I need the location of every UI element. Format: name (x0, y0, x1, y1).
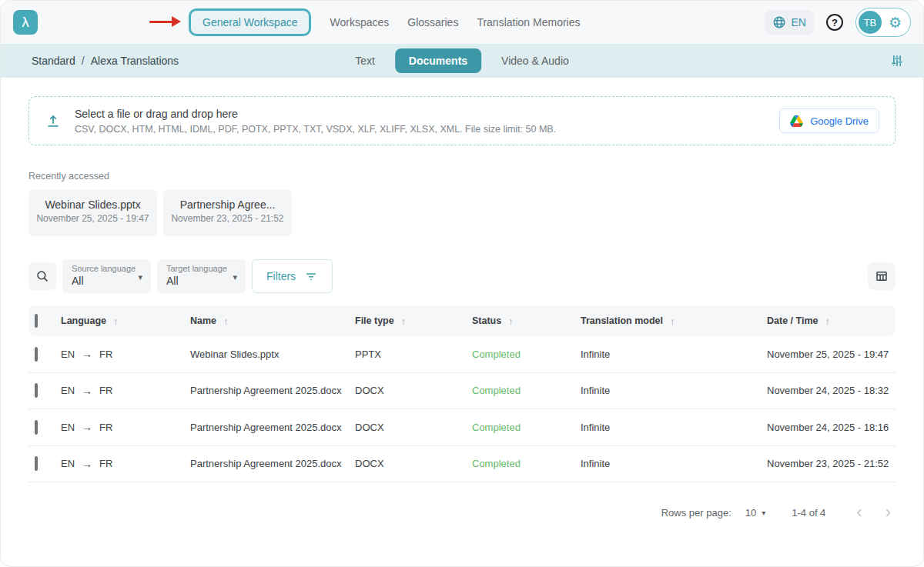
tune-sliders-icon (889, 53, 905, 68)
file-type-cell: DOCX (355, 422, 472, 433)
translation-model-cell: Infinite (581, 458, 767, 469)
table-header-row: Language↑ Name↑ File type↑ Status↑ Trans… (28, 305, 896, 336)
language-cell: EN→FR (61, 421, 190, 433)
select-all-checkbox[interactable] (35, 314, 38, 328)
recently-accessed-label: Recently accessed (28, 171, 896, 182)
breadcrumb-separator: / (82, 55, 85, 67)
question-mark-icon: ? (832, 17, 838, 28)
date-time-cell: November 25, 2025 - 19:47 (767, 349, 896, 360)
table-row[interactable]: EN→FR Partnership Agreement 2025.docx DO… (28, 446, 896, 483)
top-bar-right: EN ? TB ⚙ (765, 8, 912, 37)
date-time-cell: November 23, 2025 - 21:52 (767, 458, 896, 469)
filter-lines-icon (304, 269, 318, 283)
recent-card-date: November 25, 2025 - 19:47 (28, 213, 157, 224)
main-content: Select a file or drag and drop here CSV,… (1, 96, 923, 521)
gear-icon[interactable]: ⚙ (889, 15, 902, 30)
column-header-name[interactable]: Name↑ (190, 315, 355, 327)
recent-card[interactable]: Partnership Agree... November 23, 2025 -… (163, 190, 292, 236)
source-language: EN (61, 422, 75, 433)
column-header-date-time[interactable]: Date / Time↑ (767, 315, 896, 327)
caret-down-icon: ▾ (233, 272, 237, 282)
previous-page-button[interactable]: ‹ (852, 504, 866, 521)
google-drive-icon (790, 115, 803, 127)
recent-card-name: Partnership Agree... (163, 198, 292, 211)
recent-card[interactable]: Webinar Slides.pptx November 25, 2025 - … (28, 190, 157, 236)
caret-down-icon: ▾ (762, 509, 765, 517)
language-selector[interactable]: EN (765, 10, 814, 35)
row-checkbox[interactable] (35, 456, 38, 471)
column-label: Language (61, 315, 106, 326)
file-type-cell: PPTX (355, 349, 472, 360)
sort-asc-icon: ↑ (508, 315, 514, 327)
rows-per-page-label: Rows per page: (661, 507, 732, 519)
row-checkbox[interactable] (35, 383, 38, 398)
target-language-select[interactable]: Target language All ▾ (157, 259, 246, 293)
column-label: Translation model (581, 315, 663, 326)
column-header-language[interactable]: Language↑ (61, 315, 190, 327)
recent-cards: Webinar Slides.pptx November 25, 2025 - … (28, 190, 896, 236)
sort-asc-icon: ↑ (401, 315, 407, 327)
language-cell: EN→FR (61, 458, 190, 470)
breadcrumb-item-alexa-translations[interactable]: Alexa Translations (91, 55, 179, 67)
translation-model-cell: Infinite (581, 349, 767, 360)
filters-button[interactable]: Filters (252, 259, 333, 293)
pagination: Rows per page: 10 ▾ 1-4 of 4 ‹ › (28, 504, 896, 521)
file-dropzone[interactable]: Select a file or drag and drop here CSV,… (28, 96, 896, 145)
tab-video-audio[interactable]: Video & Audio (492, 49, 578, 72)
source-language: EN (61, 349, 75, 360)
tab-text[interactable]: Text (346, 49, 384, 72)
breadcrumb-item-standard[interactable]: Standard (32, 55, 75, 67)
nav-item-translation-memories[interactable]: Translation Memories (477, 16, 580, 28)
row-checkbox[interactable] (35, 347, 38, 362)
view-settings-button[interactable] (889, 53, 905, 68)
arrow-right-icon: → (82, 348, 92, 360)
nav-item-general-workspace[interactable]: General Workspace (189, 8, 311, 36)
row-checkbox[interactable] (35, 420, 38, 435)
column-label: Status (472, 315, 501, 326)
arrow-right-icon: → (82, 458, 92, 470)
arrow-right-icon: → (82, 421, 92, 433)
sort-asc-icon: ↑ (113, 315, 119, 327)
breadcrumb-bar: Standard / Alexa Translations Text Docum… (1, 44, 923, 78)
nav-item-workspaces[interactable]: Workspaces (330, 16, 389, 28)
status-badge: Completed (472, 458, 581, 469)
next-page-button[interactable]: › (881, 504, 896, 521)
source-language-label: Source language (72, 264, 142, 273)
translation-model-cell: Infinite (581, 422, 767, 433)
account-menu[interactable]: TB ⚙ (855, 8, 911, 37)
target-language-value: All (166, 275, 236, 287)
column-header-status[interactable]: Status↑ (472, 315, 581, 327)
dropzone-text: Select a file or drag and drop here CSV,… (75, 108, 556, 135)
search-button[interactable] (28, 262, 56, 290)
rows-per-page-select[interactable]: 10 ▾ (745, 507, 766, 519)
recent-card-date: November 23, 2025 - 21:52 (163, 213, 292, 224)
name-cell: Partnership Agreement 2025.docx (190, 458, 355, 469)
annotation-arrow (149, 21, 173, 23)
table-row[interactable]: EN→FR Partnership Agreement 2025.docx DO… (28, 373, 896, 410)
google-drive-label: Google Drive (810, 115, 869, 127)
column-settings-button[interactable] (868, 262, 896, 290)
avatar: TB (859, 11, 882, 34)
table-row[interactable]: EN→FR Partnership Agreement 2025.docx DO… (28, 409, 896, 446)
tab-documents[interactable]: Documents (395, 48, 481, 73)
table-row[interactable]: EN→FR Webinar Slides.pptx PPTX Completed… (28, 336, 896, 373)
column-label: Name (190, 315, 216, 326)
target-language: FR (99, 349, 112, 360)
content-tabs: Text Documents Video & Audio (346, 48, 578, 73)
help-button[interactable]: ? (826, 14, 843, 31)
column-header-file-type[interactable]: File type↑ (355, 315, 472, 327)
source-language-select[interactable]: Source language All ▾ (62, 259, 151, 293)
column-label: Date / Time (767, 315, 818, 326)
search-icon (35, 269, 49, 283)
date-time-cell: November 24, 2025 - 18:32 (767, 385, 896, 396)
file-type-cell: DOCX (355, 385, 472, 396)
language-cell: EN→FR (61, 348, 190, 360)
column-header-translation-model[interactable]: Translation model↑ (581, 315, 767, 327)
source-language: EN (61, 458, 75, 469)
google-drive-button[interactable]: Google Drive (779, 108, 879, 133)
name-cell: Partnership Agreement 2025.docx (190, 385, 355, 396)
app-logo[interactable]: λ (13, 10, 38, 35)
top-bar: λ General Workspace Workspaces Glossarie… (1, 1, 923, 44)
date-time-cell: November 24, 2025 - 18:16 (767, 422, 896, 433)
nav-item-glossaries[interactable]: Glossaries (407, 16, 458, 28)
